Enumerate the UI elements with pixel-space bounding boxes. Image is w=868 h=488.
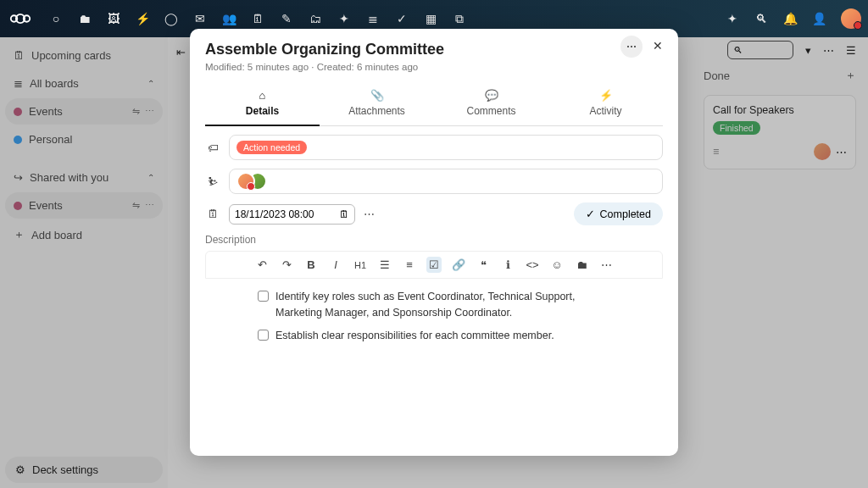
bookmark-icon[interactable]: ✦ [337, 12, 351, 25]
activity-icon[interactable]: ⚡ [136, 12, 149, 25]
assignee-avatar-1[interactable] [236, 172, 255, 191]
photos-icon[interactable]: 🖼 [107, 12, 120, 25]
tab-details[interactable]: ⌂Details [205, 82, 320, 125]
tab-activity[interactable]: ⚡Activity [548, 82, 663, 125]
user-avatar[interactable] [841, 8, 861, 29]
talk-icon[interactable]: ◯ [164, 12, 178, 25]
tab-label: Activity [589, 105, 621, 117]
check-icon: ✓ [586, 208, 595, 220]
completed-button[interactable]: ✓Completed [574, 202, 663, 225]
card-modal: ⋯ ✕ Assemble Organizing Committee Modifi… [190, 29, 678, 456]
ordered-list-icon[interactable]: ≡ [402, 258, 417, 271]
due-date-input[interactable]: 18/11/2023 08:00🗓 [229, 204, 355, 225]
description-editor[interactable]: Identify key roles such as Event Coordin… [205, 279, 663, 360]
assignees-field[interactable] [229, 169, 663, 194]
deck-icon[interactable]: 🗂 [309, 12, 322, 25]
quote-icon[interactable]: ❝ [476, 258, 491, 271]
close-icon[interactable]: ✕ [649, 37, 666, 54]
lightning-icon: ⚡ [548, 89, 663, 102]
bullet-list-icon[interactable]: ☰ [377, 258, 392, 271]
modal-title: Assemble Organizing Committee [205, 41, 663, 58]
calendar-icon: 🗓 [205, 208, 220, 220]
link-icon[interactable]: ⧉ [453, 12, 466, 25]
notifications-icon[interactable]: 🔔 [783, 12, 797, 25]
paperclip-icon: 📎 [320, 89, 434, 102]
info-icon[interactable]: ℹ [500, 258, 515, 271]
checklist-text: Establish clear responsibilities for eac… [275, 328, 554, 344]
italic-icon[interactable]: I [328, 258, 343, 271]
toolbar-more-icon[interactable]: ⋯ [598, 258, 614, 271]
tab-comments[interactable]: 💬Comments [434, 82, 548, 125]
files-icon[interactable]: 🖿 [78, 12, 92, 25]
notes-icon[interactable]: ✎ [280, 12, 293, 25]
mail-icon[interactable]: ✉ [193, 12, 207, 25]
tab-attachments[interactable]: 📎Attachments [320, 82, 434, 125]
contacts-menu-icon[interactable]: 👤 [812, 12, 826, 25]
contacts-icon[interactable]: 👥 [222, 12, 236, 25]
checklist-item[interactable]: Identify key roles such as Event Coordin… [258, 289, 620, 321]
code-icon[interactable]: <> [525, 258, 540, 271]
tag-action-needed[interactable]: Action needed [236, 141, 307, 154]
tag-icon: 🏷 [205, 141, 220, 154]
home-icon: ⌂ [205, 89, 320, 102]
redo-icon[interactable]: ↷ [279, 258, 294, 271]
tab-label: Comments [466, 105, 515, 117]
date-value: 18/11/2023 08:00 [235, 208, 314, 220]
date-picker-icon[interactable]: 🗓 [339, 208, 349, 220]
comment-icon: 💬 [434, 89, 548, 102]
checkbox[interactable] [258, 291, 269, 302]
lists-icon[interactable]: ≣ [366, 12, 380, 25]
emoji-icon[interactable]: ☺ [549, 258, 565, 271]
assignee-icon: ⛷ [205, 175, 220, 188]
dashboard-icon[interactable]: ○ [49, 12, 63, 25]
modal-subtitle: Modified: 5 minutes ago · Created: 6 min… [205, 62, 663, 72]
editor-toolbar: ↶ ↷ B I H1 ☰ ≡ ☑ 🔗 ❝ ℹ <> ☺ 🖿 ⋯ [205, 251, 663, 279]
tags-field[interactable]: Action needed [229, 135, 663, 160]
heading-icon[interactable]: H1 [353, 260, 368, 270]
assistant-icon[interactable]: ✦ [726, 12, 739, 25]
checklist-icon[interactable]: ☑ [426, 257, 442, 273]
checkbox[interactable] [258, 330, 269, 341]
grid-icon[interactable]: ▦ [424, 12, 437, 25]
tab-label: Details [246, 105, 279, 117]
modal-more-button[interactable]: ⋯ [620, 36, 643, 58]
completed-label: Completed [600, 208, 651, 220]
attach-icon[interactable]: 🖿 [574, 258, 589, 271]
calendar-icon[interactable]: 🗓 [251, 12, 264, 25]
description-label: Description [205, 234, 663, 246]
nextcloud-logo[interactable] [7, 5, 34, 32]
tab-label: Attachments [348, 105, 405, 117]
date-more-icon[interactable]: ⋯ [364, 208, 375, 220]
tasks-icon[interactable]: ✓ [395, 12, 409, 25]
undo-icon[interactable]: ↶ [254, 258, 270, 271]
checklist-text: Identify key roles such as Event Coordin… [275, 289, 620, 321]
link-editor-icon[interactable]: 🔗 [451, 258, 466, 271]
bold-icon[interactable]: B [303, 258, 319, 271]
search-icon[interactable]: 🔍︎ [754, 12, 768, 25]
checklist-item[interactable]: Establish clear responsibilities for eac… [258, 328, 620, 344]
